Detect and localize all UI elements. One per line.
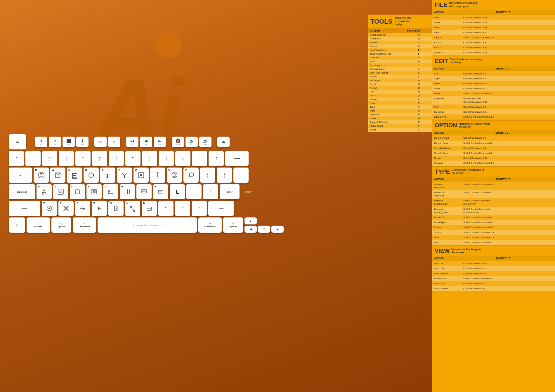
list-item: RedoShift & Control/Command & Z	[432, 91, 555, 96]
tools-row: ZoomZ	[368, 128, 432, 132]
tools-action: Type	[368, 105, 405, 109]
key-0[interactable]: )0	[175, 151, 190, 166]
key-shift-left[interactable]: shift	[9, 201, 40, 216]
key-f9[interactable]: ⏭F9	[154, 137, 166, 147]
key-g[interactable]: G	[103, 184, 118, 199]
tools-shortcut: K	[405, 71, 432, 75]
key-capslock[interactable]: caps lock	[9, 184, 35, 199]
key-4[interactable]: $4	[75, 151, 91, 166]
tools-shortcut: J	[405, 67, 432, 71]
key-f1[interactable]: ☀F1	[35, 137, 47, 147]
key-bracket-l[interactable]: {[	[200, 168, 215, 183]
key-j[interactable]: J	[136, 184, 152, 199]
svg-point-11	[172, 173, 177, 178]
key-q[interactable]: Q	[34, 168, 49, 183]
file-col-action: ACTION	[432, 10, 494, 14]
key-z[interactable]: Z	[42, 201, 57, 216]
key-c[interactable]: C	[75, 201, 90, 216]
key-d[interactable]: D	[70, 184, 85, 199]
key-spacebar[interactable]: (a hongkiat.com wallpaper)	[98, 217, 197, 233]
key-quote[interactable]: "'	[203, 184, 218, 199]
key-option-right[interactable]: ⌥option	[223, 217, 243, 233]
key-o[interactable]: O	[167, 168, 182, 183]
key-v[interactable]: V	[92, 201, 107, 216]
key-b[interactable]: B	[108, 201, 124, 216]
key-f[interactable]: F	[86, 184, 102, 199]
key-f8[interactable]: ⏯F8	[140, 137, 152, 147]
key-f12[interactable]: 🔊F12	[199, 137, 211, 147]
key-option-left[interactable]: ⌥option	[51, 217, 71, 233]
key-slash[interactable]: ?/	[192, 201, 207, 216]
tools-row: MeshU	[368, 109, 432, 113]
key-1[interactable]: !1	[25, 151, 41, 166]
key-tab[interactable]: tab	[9, 168, 32, 183]
key-2[interactable]: @2	[42, 151, 57, 166]
key-a[interactable]: A	[37, 184, 52, 199]
key-f7[interactable]: ⏮F7	[126, 137, 138, 147]
key-m[interactable]: M	[142, 201, 157, 216]
key-h[interactable]: H	[120, 184, 135, 199]
key-control[interactable]: ⌃control	[27, 217, 50, 233]
key-equals[interactable]: +=	[209, 151, 224, 166]
key-t[interactable]: TT	[100, 168, 115, 183]
fn-key-row: esc ☀F1 ☀F2 ⬛F3 ℹF4 F5 F6 ⏮F7 ⏯F8 ⏭F9 🔇F…	[9, 134, 289, 149]
key-f10[interactable]: 🔇F10	[172, 137, 184, 147]
key-s[interactable]: S	[53, 184, 68, 199]
key-f3[interactable]: ⬛F3	[63, 137, 75, 147]
key-command-left[interactable]: ⌘command	[73, 217, 96, 233]
key-7[interactable]: &7	[125, 151, 141, 166]
key-period[interactable]: >.	[175, 201, 190, 216]
key-e[interactable]: E	[67, 168, 82, 183]
action-label: Italic	[432, 241, 462, 244]
key-3[interactable]: #3	[59, 151, 74, 166]
key-minus[interactable]: _-	[192, 151, 207, 166]
action-label: Flush Right	[432, 220, 462, 224]
key-shift-right[interactable]: shift	[208, 201, 234, 216]
key-eject[interactable]: ⏏	[217, 137, 230, 147]
key-8[interactable]: *8	[142, 151, 157, 166]
key-delete[interactable]: delete	[225, 151, 249, 166]
key-p[interactable]: P	[183, 168, 199, 183]
key-i[interactable]: I	[150, 168, 165, 183]
key-fn[interactable]: fn	[9, 217, 25, 233]
key-f2[interactable]: ☀F2	[49, 137, 61, 147]
key-esc[interactable]: esc	[9, 134, 26, 149]
key-k[interactable]: K	[153, 184, 168, 199]
list-item: Fit in WindowControl/Command & 0	[432, 271, 555, 276]
key-w[interactable]: W	[50, 168, 65, 183]
list-item: PrintControl/Command & P	[432, 45, 555, 50]
tools-row: PaintbrushB	[368, 37, 432, 41]
key-l[interactable]: L	[170, 184, 185, 199]
key-bracket-r[interactable]: }]	[217, 168, 232, 183]
tools-action: Pen	[368, 90, 405, 94]
key-x[interactable]: X	[58, 201, 74, 216]
key-arrow-right[interactable]: ▶	[271, 226, 284, 233]
key-f5[interactable]: F5	[94, 137, 107, 147]
key-comma[interactable]: <,	[158, 201, 174, 216]
key-f6[interactable]: F6	[108, 137, 120, 147]
key-arrow-up[interactable]: ▲	[244, 217, 257, 224]
key-u[interactable]: U	[133, 168, 149, 183]
key-n[interactable]: N	[125, 201, 140, 216]
list-item: Show GridControl/Command & '	[432, 281, 555, 286]
key-semicolon[interactable]: :;	[186, 184, 202, 199]
key-5[interactable]: %5	[92, 151, 107, 166]
tools-shortcut: E	[405, 48, 432, 52]
tools-row: RectangleM	[368, 79, 432, 82]
key-y[interactable]: Y	[117, 168, 132, 183]
key-enter[interactable]: enter	[220, 184, 240, 199]
key-r[interactable]: R	[84, 168, 99, 183]
key-f11[interactable]: 🔉F11	[185, 137, 198, 147]
option-title: OPTION	[435, 122, 457, 129]
key-command-right[interactable]: ⌘command	[198, 217, 222, 233]
key-tilde[interactable]: ~`	[9, 151, 24, 166]
key-9[interactable]: (9	[159, 151, 174, 166]
key-6[interactable]: ^6	[109, 151, 124, 166]
number-key-row: ~` !1 @2 #3 $4 %5 ^6 &7 *8 (9 )0 _- += d…	[9, 151, 289, 166]
key-arrow-down[interactable]: ▼	[258, 226, 270, 233]
key-f4[interactable]: ℹF4	[76, 137, 89, 147]
key-backslash[interactable]: |\	[233, 168, 249, 183]
tools-col-shortcut: SHORTCUT	[405, 28, 432, 33]
shortcut-label: Shift & Control/Command & <	[462, 191, 555, 198]
key-arrow-left[interactable]: ◀	[244, 226, 257, 233]
